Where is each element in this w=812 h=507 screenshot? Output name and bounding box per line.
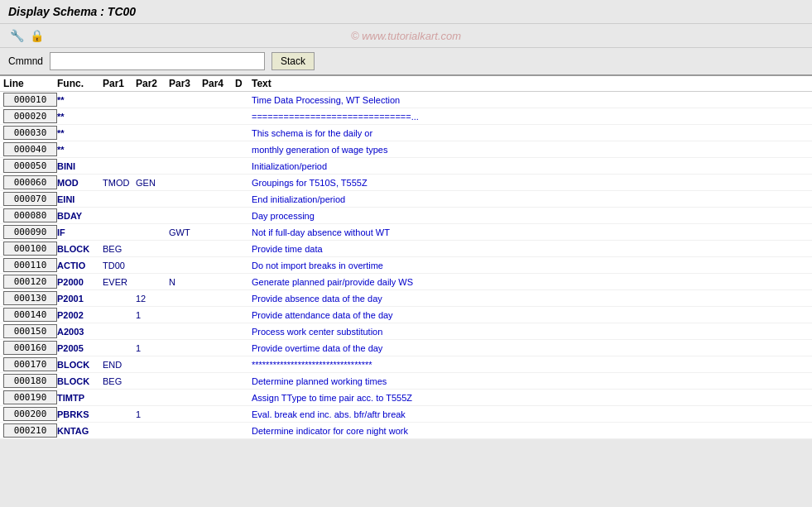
table-header: Line Func. Par1 Par2 Par3 Par4 D Text xyxy=(0,76,812,92)
cell-line: 000040 xyxy=(3,142,57,156)
cell-func: PBRKS xyxy=(57,409,103,419)
cell-text: Initialization/period xyxy=(252,161,809,171)
table-row[interactable]: 000180BLOCKBEGDetermine planned working … xyxy=(0,373,812,390)
cell-text: Time Data Processing, WT Selection xyxy=(252,95,809,105)
cell-par2: 1 xyxy=(136,310,169,320)
table-row[interactable]: 000120P2000EVERNGenerate planned pair/pr… xyxy=(0,274,812,290)
cell-par1: EVER xyxy=(103,277,136,287)
table-row[interactable]: 000150A2003Process work center substitut… xyxy=(0,323,812,340)
command-bar: Cmmnd Stack xyxy=(0,48,812,76)
cell-text: This schema is for the daily or xyxy=(252,128,809,138)
cell-func: ** xyxy=(57,112,103,122)
cell-line: 000200 xyxy=(3,407,57,421)
table-row[interactable]: 000170BLOCKEND**************************… xyxy=(0,356,812,373)
cell-func: KNTAG xyxy=(57,426,103,436)
table-row[interactable]: 000210KNTAGDetermine indicator for core … xyxy=(0,423,812,439)
cell-func: BDAY xyxy=(57,211,103,221)
cell-func: ** xyxy=(57,145,103,155)
cell-line: 000050 xyxy=(3,159,57,173)
cell-line: 000060 xyxy=(3,175,57,189)
settings-icon[interactable]: 🔧 xyxy=(8,27,25,44)
cell-func: TIMTP xyxy=(57,393,103,403)
col-d: D xyxy=(235,78,252,89)
cell-func: BLOCK xyxy=(57,360,103,370)
cell-line: 000150 xyxy=(3,324,57,338)
table-row[interactable]: 000100BLOCKBEGProvide time data xyxy=(0,241,812,257)
cell-func: P2001 xyxy=(57,294,103,304)
cell-text: ********************************** xyxy=(252,360,809,370)
table-row[interactable]: 000090IFGWTNot if full-day absence witho… xyxy=(0,224,812,241)
cell-par1: BEG xyxy=(103,376,136,386)
cell-line: 000140 xyxy=(3,308,57,322)
cell-text: Process work center substitution xyxy=(252,327,809,337)
table-row[interactable]: 000060MODTMODGENGroupings for T510S, T55… xyxy=(0,175,812,191)
cell-text: End initialization/period xyxy=(252,194,809,204)
table-row[interactable]: 000040**monthly generation of wage types xyxy=(0,141,812,158)
cell-func: MOD xyxy=(57,178,103,188)
command-input[interactable] xyxy=(50,52,265,70)
cell-text: Do not import breaks in overtime xyxy=(252,261,809,270)
cell-line: 000010 xyxy=(3,93,57,107)
table-row[interactable]: 000190TIMTPAssign TType to time pair acc… xyxy=(0,390,812,406)
main-content: Line Func. Par1 Par2 Par3 Par4 D Text 00… xyxy=(0,76,812,439)
table-row[interactable]: 000010**Time Data Processing, WT Selecti… xyxy=(0,92,812,108)
cell-text: Provide attendance data of the day xyxy=(252,310,809,320)
cell-text: Eval. break end inc. abs. bfr/aftr break xyxy=(252,409,809,419)
table-row[interactable]: 000030**This schema is for the daily or xyxy=(0,125,812,141)
toolbar: 🔧 🔒 © www.tutorialkart.com xyxy=(0,24,812,48)
command-label: Cmmnd xyxy=(8,55,43,67)
col-text: Text xyxy=(252,78,809,89)
cell-func: BINI xyxy=(57,161,103,171)
cell-par2: 1 xyxy=(136,343,169,353)
page-title: Display Schema : TC00 xyxy=(8,5,136,18)
cell-line: 000100 xyxy=(3,242,57,256)
cell-text: Provide time data xyxy=(252,244,809,254)
stack-button[interactable]: Stack xyxy=(271,52,315,70)
cell-func: ** xyxy=(57,128,103,138)
cell-par1: TMOD xyxy=(103,178,136,188)
cell-text: Provide absence data of the day xyxy=(252,294,809,304)
col-par1: Par1 xyxy=(103,78,136,89)
cell-line: 000160 xyxy=(3,341,57,355)
cell-line: 000110 xyxy=(3,258,57,272)
table-row[interactable]: 000110ACTIOTD00Do not import breaks in o… xyxy=(0,257,812,274)
cell-line: 000070 xyxy=(3,192,57,206)
col-par2: Par2 xyxy=(136,78,169,89)
cell-func: A2003 xyxy=(57,327,103,337)
cell-line: 000130 xyxy=(3,291,57,305)
cell-text: Determine indicator for core night work xyxy=(252,426,809,436)
lock-icon[interactable]: 🔒 xyxy=(28,27,45,44)
cell-text: monthly generation of wage types xyxy=(252,145,809,155)
table-row[interactable]: 000020**==============================..… xyxy=(0,108,812,125)
cell-func: ** xyxy=(57,95,103,105)
cell-line: 000170 xyxy=(3,357,57,371)
table-row[interactable]: 000050BINIInitialization/period xyxy=(0,158,812,175)
table-row[interactable]: 000160P20051Provide overtime data of the… xyxy=(0,340,812,356)
cell-line: 000120 xyxy=(3,275,57,289)
table-row[interactable]: 000070EINIEnd initialization/period xyxy=(0,191,812,208)
title-bar: Display Schema : TC00 xyxy=(0,0,812,24)
cell-text: Assign TType to time pair acc. to T555Z xyxy=(252,393,809,403)
cell-text: Not if full-day absence without WT xyxy=(252,227,809,237)
watermark: © www.tutorialkart.com xyxy=(351,30,461,42)
cell-func: EINI xyxy=(57,194,103,204)
col-par4: Par4 xyxy=(202,78,235,89)
table-row[interactable]: 000200PBRKS1Eval. break end inc. abs. bf… xyxy=(0,406,812,423)
col-line: Line xyxy=(3,78,57,89)
cell-line: 000020 xyxy=(3,109,57,123)
cell-par3: N xyxy=(169,277,202,287)
col-func: Func. xyxy=(57,78,103,89)
table-row[interactable]: 000080BDAYDay processing xyxy=(0,208,812,224)
cell-func: P2005 xyxy=(57,343,103,353)
cell-line: 000090 xyxy=(3,225,57,239)
col-par3: Par3 xyxy=(169,78,202,89)
cell-par2: GEN xyxy=(136,178,169,188)
cell-line: 000180 xyxy=(3,374,57,388)
cell-line: 000030 xyxy=(3,126,57,140)
cell-func: BLOCK xyxy=(57,244,103,254)
cell-text: ==============================... xyxy=(252,112,809,122)
cell-text: Generate planned pair/provide daily WS xyxy=(252,277,809,287)
table-row[interactable]: 000140P20021Provide attendance data of t… xyxy=(0,307,812,323)
cell-func: IF xyxy=(57,227,103,237)
table-row[interactable]: 000130P200112Provide absence data of the… xyxy=(0,290,812,307)
